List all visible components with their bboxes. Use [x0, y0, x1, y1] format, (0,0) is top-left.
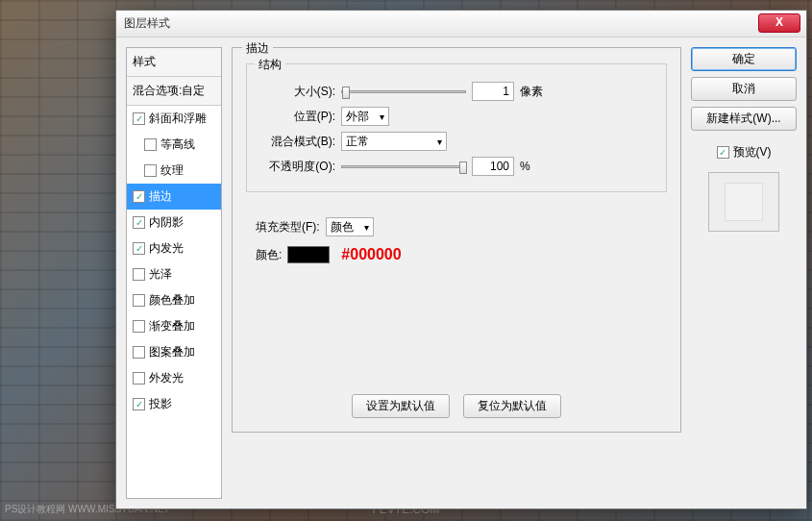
style-label: 外发光: [149, 370, 184, 386]
preview-label: 预览(V): [733, 144, 772, 161]
style-item-7[interactable]: 颜色叠加: [127, 287, 221, 313]
style-item-3[interactable]: 描边: [127, 184, 221, 210]
styles-header[interactable]: 样式: [127, 48, 221, 77]
color-swatch[interactable]: [287, 246, 330, 263]
style-label: 内阴影: [149, 214, 184, 231]
stroke-title: 描边: [242, 40, 273, 57]
position-select[interactable]: 外部: [341, 107, 389, 126]
cancel-button[interactable]: 取消: [691, 77, 797, 101]
style-item-1[interactable]: 等高线: [127, 132, 221, 158]
reset-default-button[interactable]: 复位为默认值: [463, 394, 561, 418]
dialog-title: 图层样式: [124, 15, 170, 32]
style-label: 斜面和浮雕: [149, 111, 207, 127]
style-label: 描边: [149, 188, 172, 205]
style-label: 纹理: [160, 162, 184, 179]
color-hex: #000000: [341, 246, 401, 263]
style-label: 图案叠加: [149, 344, 195, 360]
style-checkbox[interactable]: [133, 190, 145, 203]
style-checkbox[interactable]: [133, 320, 145, 333]
preview-thumbnail: [708, 172, 779, 232]
blend-mode-label: 混合模式(B):: [257, 134, 335, 150]
opacity-unit: %: [520, 160, 530, 173]
style-checkbox[interactable]: [144, 164, 157, 177]
titlebar[interactable]: 图层样式 X: [116, 11, 806, 37]
style-item-2[interactable]: 纹理: [127, 158, 221, 184]
style-label: 等高线: [160, 136, 195, 153]
structure-title: 结构: [255, 57, 285, 73]
style-checkbox[interactable]: [133, 112, 145, 125]
stroke-fieldset: 描边 结构 大小(S): 像素 位置(P): 外部 混合模式(B):: [232, 47, 681, 433]
style-item-10[interactable]: 外发光: [127, 365, 221, 391]
style-item-5[interactable]: 内发光: [127, 236, 221, 261]
style-checkbox[interactable]: [133, 268, 145, 281]
style-item-11[interactable]: 投影: [127, 391, 221, 417]
style-item-0[interactable]: 斜面和浮雕: [127, 106, 221, 132]
layer-style-dialog: 图层样式 X 样式 混合选项:自定 斜面和浮雕等高线纹理描边内阴影内发光光泽颜色…: [115, 10, 807, 509]
style-checkbox[interactable]: [133, 242, 145, 255]
styles-list: 样式 混合选项:自定 斜面和浮雕等高线纹理描边内阴影内发光光泽颜色叠加渐变叠加图…: [126, 47, 222, 499]
style-checkbox[interactable]: [133, 372, 145, 385]
preview-checkbox[interactable]: [717, 146, 729, 159]
ok-button[interactable]: 确定: [691, 47, 797, 71]
style-item-6[interactable]: 光泽: [127, 261, 221, 287]
style-label: 颜色叠加: [149, 292, 195, 309]
style-checkbox[interactable]: [133, 294, 145, 307]
style-checkbox[interactable]: [133, 346, 145, 359]
style-item-9[interactable]: 图案叠加: [127, 339, 221, 365]
settings-panel: 描边 结构 大小(S): 像素 位置(P): 外部 混合模式(B):: [232, 47, 681, 499]
size-unit: 像素: [520, 84, 543, 100]
structure-group: 结构 大小(S): 像素 位置(P): 外部 混合模式(B): 正常: [246, 63, 667, 192]
size-label: 大小(S):: [257, 84, 335, 100]
right-panel: 确定 取消 新建样式(W)... 预览(V): [691, 47, 797, 499]
size-input[interactable]: [472, 82, 514, 101]
style-checkbox[interactable]: [133, 216, 145, 229]
style-label: 渐变叠加: [149, 318, 195, 335]
style-label: 投影: [149, 396, 172, 412]
style-checkbox[interactable]: [144, 138, 157, 151]
position-label: 位置(P):: [257, 109, 335, 125]
style-item-8[interactable]: 渐变叠加: [127, 313, 221, 339]
style-item-4[interactable]: 内阴影: [127, 210, 221, 236]
fill-type-label: 填充类型(F):: [256, 219, 320, 236]
blend-options-header[interactable]: 混合选项:自定: [127, 77, 221, 106]
dialog-body: 样式 混合选项:自定 斜面和浮雕等高线纹理描边内阴影内发光光泽颜色叠加渐变叠加图…: [116, 37, 806, 509]
close-button[interactable]: X: [758, 13, 800, 33]
style-checkbox[interactable]: [133, 398, 145, 410]
opacity-input[interactable]: [472, 157, 514, 176]
blend-mode-select[interactable]: 正常: [341, 132, 447, 151]
size-slider[interactable]: [341, 90, 466, 93]
opacity-slider[interactable]: [341, 165, 466, 168]
opacity-label: 不透明度(O):: [257, 159, 335, 175]
style-label: 光泽: [149, 266, 172, 283]
color-label: 颜色:: [256, 247, 282, 263]
new-style-button[interactable]: 新建样式(W)...: [691, 107, 797, 131]
style-label: 内发光: [149, 240, 184, 257]
set-default-button[interactable]: 设置为默认值: [352, 394, 450, 418]
fill-type-select[interactable]: 颜色: [326, 217, 374, 236]
